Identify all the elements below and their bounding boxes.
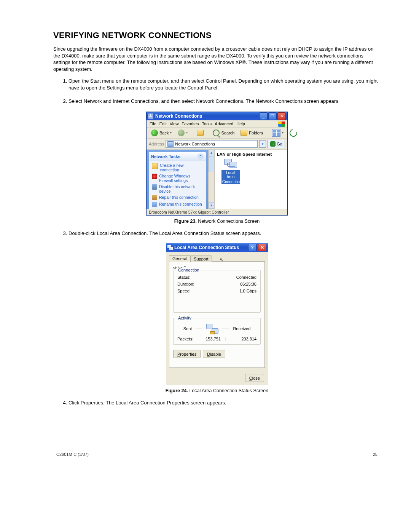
back-button[interactable]: ← Back ▾	[149, 129, 174, 137]
back-label: Back	[159, 131, 169, 135]
tab-support[interactable]: Support	[190, 256, 212, 262]
steps-list-cont: Double-click Local Area Connection. The …	[53, 230, 381, 237]
address-dropdown[interactable]: ▾	[259, 140, 266, 148]
menu-favorites[interactable]: Favorites	[182, 121, 199, 126]
address-icon	[167, 141, 174, 147]
lan-status-dialog: Local Area Connection Status ? ✕ General…	[166, 243, 268, 385]
close-button[interactable]: ✕	[258, 244, 266, 251]
steps-list-cont2: Click Properties. The Local Area Connect…	[53, 399, 381, 406]
address-label: Address	[149, 142, 164, 146]
steps-list: Open the Start menu on the remote comput…	[53, 78, 381, 105]
task-rename[interactable]: Rename this connection	[152, 202, 203, 207]
task-create-connection[interactable]: Create a new connection	[152, 163, 203, 172]
repair-icon	[152, 195, 157, 200]
tab-general[interactable]: General	[169, 255, 191, 262]
views-dropdown-icon: ▾	[282, 131, 284, 134]
up-button[interactable]	[194, 129, 206, 137]
menu-edit[interactable]: Edit	[159, 121, 167, 126]
folders-icon	[241, 130, 247, 136]
refresh-icon	[288, 128, 298, 138]
menu-advanced[interactable]: Advanced	[215, 121, 233, 126]
help-button[interactable]: ?	[248, 244, 256, 251]
search-button[interactable]: Search	[210, 129, 237, 137]
menu-view[interactable]: View	[170, 121, 179, 126]
divider-icon: |	[221, 337, 230, 341]
properties-button[interactable]: Properties	[173, 350, 201, 358]
network-tasks-box: Network Tasks ⌃ Create a new connection …	[149, 152, 206, 209]
folders-label: Folders	[249, 131, 263, 135]
sent-label: Sent	[183, 326, 192, 331]
dash-icon	[196, 329, 202, 329]
step-4: Click Properties. The Local Area Connect…	[68, 399, 381, 406]
speed-value: 1.0 Gbps	[239, 289, 256, 293]
packets-received: 203,314	[230, 337, 256, 341]
views-button[interactable]: ▾	[270, 129, 286, 137]
step-2: Select Network and Internet Connections,…	[68, 98, 381, 105]
close-dialog-button[interactable]: Close	[245, 374, 264, 382]
packets-sent: 153,751	[194, 337, 221, 341]
packets-label: Packets:	[177, 337, 194, 341]
views-icon	[272, 129, 280, 137]
dialog-body: General Support style=" ↖ Connection Sta…	[166, 252, 268, 371]
scroll-up-icon[interactable]: ▲	[209, 150, 214, 156]
activity-icon	[206, 324, 218, 334]
address-input[interactable]: Network Connections	[166, 140, 258, 148]
activity-legend: Activity	[177, 316, 193, 320]
dialog-title: Local Area Connection Status	[174, 245, 247, 250]
speed-label: Speed:	[177, 289, 191, 293]
rename-icon	[152, 202, 157, 207]
scroll-down-icon[interactable]: ▼	[209, 202, 214, 209]
address-bar: Address Network Connections ▾ → Go	[147, 139, 287, 150]
figure-24-caption: Figure 24. Local Area Connection Status …	[53, 388, 381, 393]
packets-row: Packets: 153,751 | 203,314	[177, 337, 256, 341]
minimize-button[interactable]: _	[259, 112, 268, 120]
tab-panel-general: style=" ↖ Connection Status:Connected Du…	[169, 261, 265, 368]
go-button[interactable]: → Go	[268, 140, 285, 148]
lan-label-2: Connection	[221, 179, 240, 184]
cable-icon	[227, 163, 235, 167]
task-firewall[interactable]: Change Windows Firewall settings	[152, 174, 203, 183]
folders-button[interactable]: Folders	[238, 129, 265, 137]
tab-row: General Support	[169, 254, 265, 262]
dash-icon	[222, 329, 229, 329]
side-pane: Network Tasks ⌃ Create a new connection …	[147, 150, 208, 209]
local-area-connection-item[interactable]: Local Area Connection	[221, 159, 240, 184]
disable-icon	[152, 184, 157, 190]
search-label: Search	[221, 131, 234, 135]
chevron-up-icon: ⌃	[198, 153, 204, 160]
side-scrollbar[interactable]: ▲ ▼	[208, 150, 215, 209]
step-3: Double-click Local Area Connection. The …	[68, 230, 381, 237]
window-titlebar: 🖧 Network Connections _ ❐ ✕	[147, 112, 287, 120]
back-arrow-icon: ←	[151, 129, 158, 136]
back-dropdown-icon: ▾	[170, 131, 172, 134]
duration-value: 06:25:36	[240, 282, 256, 286]
search-icon	[213, 129, 220, 136]
status-label: Status:	[177, 275, 190, 280]
menu-file[interactable]: File	[150, 121, 156, 126]
go-label: Go	[277, 142, 282, 146]
menu-help[interactable]: Help	[236, 121, 245, 126]
page-number: 25	[373, 452, 378, 457]
step-1: Open the Start menu on the remote comput…	[68, 78, 381, 91]
lan-label-1: Local Area	[221, 170, 240, 179]
status-value: Connected	[236, 275, 256, 280]
button-row: Properties Disable	[173, 350, 261, 358]
scroll-thumb[interactable]	[209, 156, 214, 172]
network-tasks-header[interactable]: Network Tasks ⌃	[149, 152, 206, 161]
firewall-icon	[152, 174, 157, 179]
refresh-button[interactable]	[287, 129, 299, 137]
maximize-button[interactable]: ❐	[268, 112, 277, 120]
menu-tools[interactable]: Tools	[202, 121, 212, 126]
close-button[interactable]: ✕	[277, 112, 286, 120]
received-label: Received	[233, 326, 250, 331]
forward-dropdown-icon: ▾	[186, 131, 188, 134]
network-tasks-title: Network Tasks	[151, 154, 180, 159]
disable-button[interactable]: Disable	[203, 350, 225, 358]
toolbar: ← Back ▾ → ▾ Search Folders	[147, 128, 287, 139]
connection-group: Connection Status:Connected Duration:06:…	[173, 270, 261, 313]
task-repair[interactable]: Repair this connection	[152, 195, 203, 200]
task-disable[interactable]: Disable this network device	[152, 184, 203, 193]
forward-button[interactable]: → ▾	[175, 129, 190, 137]
window-title: Network Connections	[155, 113, 259, 119]
connection-icon	[167, 245, 173, 250]
